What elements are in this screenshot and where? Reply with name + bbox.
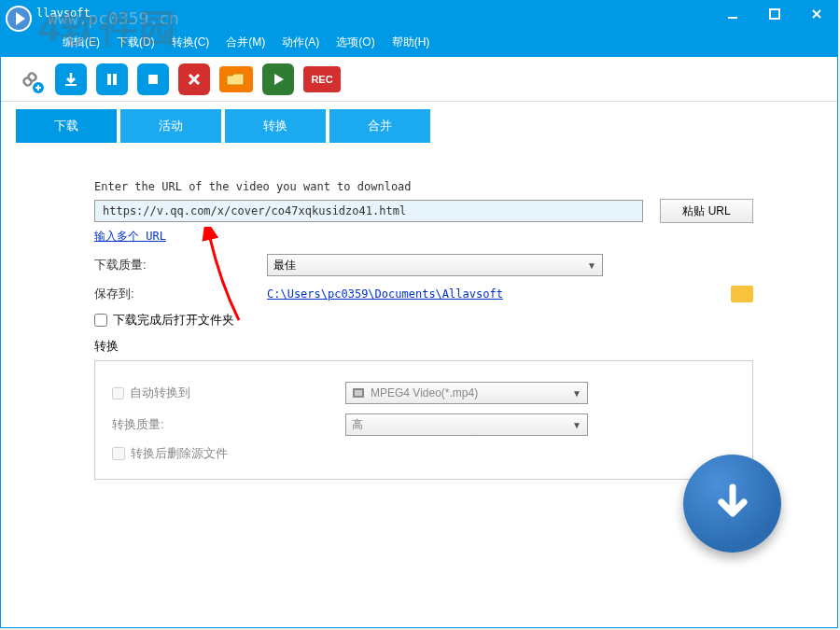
convert-header: 转换 — [94, 334, 753, 358]
paste-url-button[interactable]: 粘贴 URL — [660, 199, 753, 223]
stop-icon[interactable] — [137, 63, 169, 95]
svg-rect-2 — [728, 17, 737, 19]
url-input[interactable] — [94, 200, 643, 222]
convert-quality-row: 转换质量: 高 ▼ — [112, 413, 735, 436]
quality-label: 下载质量: — [94, 257, 267, 273]
svg-rect-10 — [148, 75, 158, 84]
browse-folder-icon[interactable] — [731, 286, 753, 302]
chevron-down-icon: ▼ — [572, 420, 581, 430]
download-toolbar-icon[interactable] — [55, 63, 87, 95]
quality-value: 最佳 — [273, 258, 296, 273]
toolbar: REC — [1, 57, 837, 102]
saveto-path-link[interactable]: C:\Users\pc0359\Documents\Allavsoft — [267, 287, 723, 301]
window-controls — [711, 1, 837, 27]
close-button[interactable] — [795, 1, 837, 27]
open-after-row: 下载完成后打开文件夹 — [94, 312, 753, 329]
delete-source-checkbox[interactable] — [112, 447, 125, 460]
svg-rect-5 — [27, 72, 37, 82]
open-after-checkbox[interactable] — [94, 314, 107, 327]
convert-format-value: MPEG4 Video(*.mp4) — [371, 386, 478, 399]
video-format-icon — [352, 386, 365, 399]
maximize-button[interactable] — [753, 1, 795, 27]
menu-edit[interactable]: 编辑(E) — [55, 31, 107, 54]
url-row: 粘贴 URL — [94, 199, 753, 223]
folder-toolbar-icon[interactable] — [219, 66, 253, 92]
svg-rect-12 — [355, 390, 362, 396]
delete-source-row: 转换后删除源文件 — [112, 445, 735, 462]
svg-rect-9 — [113, 74, 117, 85]
convert-quality-label: 转换质量: — [112, 416, 345, 433]
convert-section: 转换 自动转换到 MPEG4 Video(*.mp4) ▼ — [94, 334, 753, 480]
saveto-row: 保存到: C:\Users\pc0359\Documents\Allavsoft — [94, 286, 753, 302]
convert-box: 自动转换到 MPEG4 Video(*.mp4) ▼ 转换质量: 高 ▼ — [94, 360, 753, 480]
auto-convert-row: 自动转换到 MPEG4 Video(*.mp4) ▼ — [112, 382, 735, 404]
menu-action[interactable]: 动作(A) — [274, 31, 327, 54]
tab-activity[interactable]: 活动 — [120, 109, 221, 143]
menu-merge[interactable]: 合并(M) — [218, 31, 273, 54]
app-window: llavsoft 4软件园 www.pc0359.cn 编辑(E) 下载(D) … — [0, 0, 838, 628]
app-logo-icon — [5, 5, 33, 33]
convert-quality-value: 高 — [352, 417, 363, 433]
convert-format-select[interactable]: MPEG4 Video(*.mp4) ▼ — [345, 382, 588, 404]
pause-icon[interactable] — [96, 63, 128, 95]
menu-convert[interactable]: 转换(C) — [164, 31, 217, 54]
play-icon[interactable] — [262, 63, 294, 95]
link-icon[interactable] — [14, 63, 46, 95]
svg-rect-7 — [65, 84, 77, 86]
svg-rect-3 — [770, 9, 779, 19]
saveto-label: 保存到: — [94, 286, 267, 302]
minimize-button[interactable] — [711, 1, 753, 27]
chevron-down-icon: ▼ — [587, 260, 596, 271]
tab-convert[interactable]: 转换 — [225, 109, 326, 143]
content-panel: Enter the URL of the video you want to d… — [1, 143, 837, 627]
svg-rect-8 — [107, 74, 111, 85]
menu-download[interactable]: 下载(D) — [109, 31, 162, 54]
record-button[interactable]: REC — [303, 66, 341, 92]
auto-convert-checkbox[interactable] — [112, 387, 124, 399]
auto-convert-label: 自动转换到 — [130, 385, 190, 401]
multi-url-link[interactable]: 输入多个 URL — [94, 230, 166, 243]
titlebar: llavsoft 4软件园 www.pc0359.cn 编辑(E) 下载(D) … — [1, 1, 837, 57]
quality-select[interactable]: 最佳 ▼ — [267, 254, 603, 276]
quality-row: 下载质量: 最佳 ▼ — [94, 254, 753, 276]
tab-download[interactable]: 下载 — [16, 109, 117, 143]
open-after-label: 下载完成后打开文件夹 — [113, 312, 234, 329]
convert-quality-select[interactable]: 高 ▼ — [345, 413, 588, 436]
tab-merge[interactable]: 合并 — [329, 109, 430, 143]
big-download-button[interactable] — [683, 455, 781, 553]
menu-options[interactable]: 选项(O) — [329, 31, 382, 54]
tabs-row: 下载 活动 转换 合并 — [1, 102, 837, 143]
url-prompt-label: Enter the URL of the video you want to d… — [94, 180, 753, 193]
menu-help[interactable]: 帮助(H) — [385, 31, 438, 54]
delete-icon[interactable] — [178, 63, 210, 95]
chevron-down-icon: ▼ — [572, 388, 581, 399]
delete-source-label: 转换后删除源文件 — [131, 445, 228, 462]
menubar: 编辑(E) 下载(D) 转换(C) 合并(M) 动作(A) 选项(O) 帮助(H… — [55, 31, 437, 54]
